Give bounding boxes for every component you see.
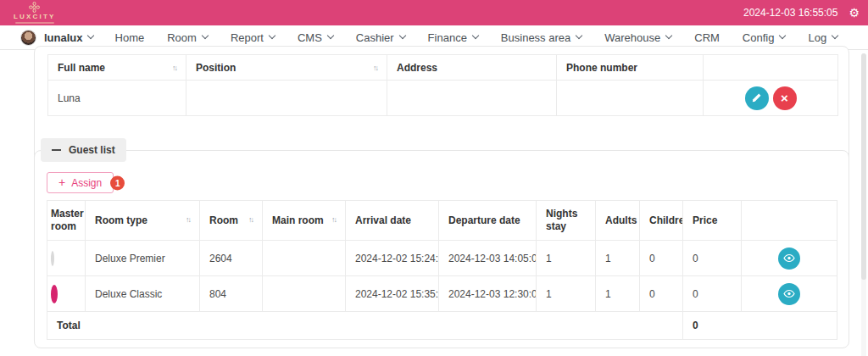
col-main-room[interactable]: Main room↑↓ — [263, 201, 346, 241]
cell-children: 0 — [640, 241, 683, 276]
cell-departure: 2024-12-03 12:30:00 — [439, 276, 537, 312]
sort-icon[interactable]: ↑↓ — [373, 64, 377, 72]
cell-address — [387, 81, 557, 116]
sort-icon[interactable]: ↑↓ — [331, 215, 336, 225]
datetime-display: 2024-12-03 16:55:05 — [743, 7, 837, 19]
user-menu[interactable]: lunalux — [44, 31, 93, 44]
col-room[interactable]: Room↑↓ — [200, 201, 263, 241]
cell-actions — [742, 276, 837, 312]
cell-master-room — [47, 276, 86, 312]
col-adults: Adults — [596, 201, 640, 241]
chevron-down-icon — [86, 32, 93, 39]
edit-button[interactable] — [745, 86, 769, 110]
chevron-down-icon — [832, 32, 838, 39]
cell-main-room — [263, 276, 346, 312]
pencil-icon — [751, 92, 762, 103]
master-room-radio[interactable] — [51, 251, 54, 266]
app-logo[interactable]: LUXCITY — [14, 2, 56, 24]
chevron-down-icon — [398, 32, 405, 39]
sort-icon[interactable]: ↑↓ — [172, 64, 176, 72]
scrollbar-thumb[interactable] — [861, 53, 866, 280]
cell-actions — [742, 241, 837, 276]
eye-icon — [783, 253, 795, 263]
cell-departure: 2024-12-03 14:05:04 — [439, 241, 537, 276]
eye-icon — [783, 289, 795, 298]
col-address: Address — [387, 55, 557, 81]
cell-arrival: 2024-12-02 15:24:16 — [346, 241, 439, 276]
view-button[interactable] — [778, 283, 800, 305]
user-avatar[interactable] — [20, 30, 36, 46]
chevron-down-icon — [327, 32, 334, 39]
cell-main-room — [263, 241, 346, 276]
cell-room-type: Deluxe Classic — [86, 276, 200, 312]
col-room-type[interactable]: Room type↑↓ — [86, 201, 200, 241]
staff-table: Full name↑↓ Position↑↓ Address Phone num… — [47, 54, 838, 116]
staff-header-row: Full name↑↓ Position↑↓ Address Phone num… — [48, 55, 838, 81]
nav-item-finance[interactable]: Finance — [428, 31, 478, 44]
nav-item-crm[interactable]: CRM — [694, 31, 720, 44]
chevron-down-icon — [779, 32, 786, 39]
cell-price: 0 — [683, 276, 742, 312]
guest-row: Deluxe Premier 2604 2024-12-02 15:24:16 … — [47, 241, 837, 276]
logo-tagline — [15, 22, 54, 24]
nav-item-log[interactable]: Log — [808, 31, 837, 44]
cell-arrival: 2024-12-02 15:35:34 — [346, 276, 439, 312]
assign-button[interactable]: + Assign 1 — [47, 172, 114, 193]
flower-icon — [29, 2, 40, 13]
cell-phone — [557, 81, 704, 116]
cell-position — [186, 81, 387, 116]
cell-adults: 1 — [596, 241, 640, 276]
cell-nights: 1 — [537, 241, 596, 276]
guest-list-collapse-header[interactable]: Guest list — [41, 138, 126, 162]
col-master-room: Master room — [47, 201, 86, 241]
col-nights-stay: Nights stay — [537, 201, 596, 241]
guest-table: Master room Room type↑↓ Room↑↓ Main room… — [47, 200, 837, 340]
assign-count-badge: 1 — [110, 175, 125, 190]
col-phone-number: Phone number — [557, 55, 704, 81]
page-content: Full name↑↓ Position↑↓ Address Phone num… — [0, 50, 868, 355]
close-icon: × — [781, 92, 788, 104]
cell-room-type: Deluxe Premier — [86, 241, 200, 276]
logo-text: LUXCITY — [14, 14, 56, 20]
col-departure-date: Departure date — [439, 201, 537, 241]
col-full-name[interactable]: Full name↑↓ — [48, 55, 186, 81]
cell-room: 804 — [200, 276, 263, 312]
nav-item-cms[interactable]: CMS — [298, 31, 333, 44]
chevron-down-icon — [665, 32, 672, 39]
col-children: Children — [640, 201, 683, 241]
nav-item-room[interactable]: Room — [167, 31, 208, 44]
chevron-down-icon — [202, 32, 209, 39]
master-room-radio[interactable] — [51, 285, 58, 303]
col-position[interactable]: Position↑↓ — [186, 55, 387, 81]
sort-icon[interactable]: ↑↓ — [248, 215, 253, 225]
cell-master-room — [47, 241, 86, 276]
nav-item-config[interactable]: Config — [743, 31, 786, 44]
gear-icon[interactable]: ⚙ — [849, 7, 860, 19]
assign-wrap: + Assign 1 — [47, 172, 114, 193]
nav-item-home[interactable]: Home — [115, 31, 145, 44]
topbar: LUXCITY 2024-12-03 16:55:05 ⚙ — [0, 0, 868, 25]
chevron-down-icon — [269, 32, 275, 39]
assign-label: Assign — [71, 177, 102, 189]
cell-adults: 1 — [596, 276, 640, 312]
delete-button[interactable]: × — [773, 86, 797, 110]
col-actions — [742, 201, 837, 241]
nav-item-business-area[interactable]: Business area — [501, 31, 581, 44]
user-name: lunalux — [44, 31, 83, 44]
nav-item-report[interactable]: Report — [231, 31, 275, 44]
staff-row: Luna × — [48, 81, 838, 116]
cell-children: 0 — [640, 276, 683, 312]
col-price: Price — [683, 201, 742, 241]
cell-actions: × — [704, 81, 838, 116]
collapse-minus-icon — [52, 149, 61, 151]
view-button[interactable] — [778, 248, 800, 270]
nav-item-cashier[interactable]: Cashier — [356, 31, 405, 44]
guest-header-row: Master room Room type↑↓ Room↑↓ Main room… — [47, 201, 837, 241]
cell-nights: 1 — [537, 276, 596, 312]
vertical-scrollbar[interactable] — [861, 53, 866, 356]
nav-item-warehouse[interactable]: Warehouse — [604, 31, 671, 44]
chevron-down-icon — [472, 32, 479, 39]
cell-room: 2604 — [200, 241, 263, 276]
sort-icon[interactable]: ↑↓ — [186, 215, 190, 225]
nav-items: Home Room Report CMS Cashier Finance Bus… — [115, 31, 838, 44]
